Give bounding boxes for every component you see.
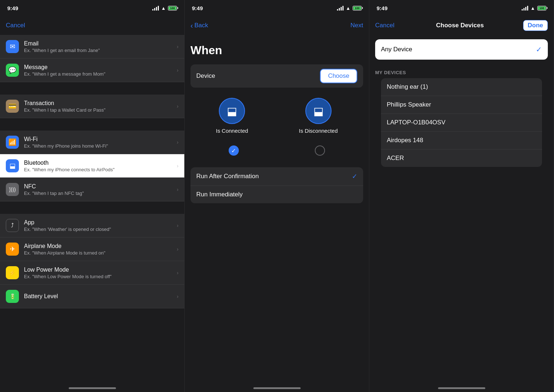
transaction-sub: Ex. "When I tap a Wallet Card or Pass" <box>24 107 177 113</box>
bt-disconnected-circle: ⬓ <box>305 98 332 124</box>
time-1: 9:49 <box>7 5 18 11</box>
wifi-title: Wi-Fi <box>24 136 177 143</box>
list-item-message[interactable]: 💬 Message Ex. "When I get a message from… <box>0 59 184 82</box>
bt-icon-connected: ⬓ <box>227 105 237 117</box>
panel-1: 9:49 ▲ 100 Cancel ✉ Email <box>0 0 185 392</box>
choose-devices-title: Choose Devices <box>397 22 523 29</box>
email-icon: ✉ <box>6 40 19 53</box>
transaction-icon: 💳 <box>6 100 19 113</box>
panel-3: 9:49 ▲ 100 Cancel Choose Devices Done An… <box>369 0 554 392</box>
app-sub: Ex. "When 'Weather' is opened or closed" <box>24 227 177 232</box>
signal-icon-1 <box>152 6 159 11</box>
any-device-label: Any Device <box>381 46 412 53</box>
chevron-app: › <box>177 223 178 228</box>
list-item-nfc[interactable]: )))) NFC Ex. "When I tap an NFC tag" › <box>0 178 184 201</box>
any-device-row[interactable]: Any Device ✓ <box>375 39 548 60</box>
wifi-status-icon-1: ▲ <box>161 5 166 11</box>
signal-icon-2 <box>337 6 344 11</box>
panel3-content: Any Device ✓ MY DEVICES Nothing ear (1) … <box>369 35 554 381</box>
wifi-sub: Ex. "When my iPhone joins home Wi-Fi" <box>24 143 177 149</box>
list-item-bluetooth[interactable]: ⬓ Bluetooth Ex. "When my iPhone connects… <box>0 154 184 178</box>
list-item-airplane[interactable]: ✈ Airplane Mode Ex. "When Airplane Mode … <box>0 237 184 261</box>
list-item-battery[interactable]: 🔋 Battery Level › <box>0 285 184 308</box>
cancel-button-3[interactable]: Cancel <box>375 22 397 29</box>
bt-option-connected[interactable]: ⬓ Is Connected <box>216 98 248 134</box>
battery-icon: 🔋 <box>6 290 19 303</box>
back-button-2[interactable]: ‹ Back <box>190 22 208 29</box>
list-item-transaction[interactable]: 💳 Transaction Ex. "When I tap a Wallet C… <box>0 95 184 118</box>
wifi-status-icon-3: ▲ <box>530 5 535 11</box>
wifi-icon: 📶 <box>6 136 19 149</box>
bt-options: ⬓ Is Connected ⬓ Is Disconnected <box>190 98 363 134</box>
app-icon: ⤴ <box>6 219 19 232</box>
nfc-icon: )))) <box>6 183 19 196</box>
bt-disconnected-label: Is Disconnected <box>299 128 338 134</box>
device-label: Device <box>196 72 215 80</box>
chevron-email: › <box>177 44 178 49</box>
lowpower-icon: ⚡ <box>6 266 19 279</box>
signal-icon-3 <box>522 6 528 11</box>
nav-bar-2: ‹ Back Next <box>185 16 369 35</box>
list-item-email[interactable]: ✉ Email Ex. "When I get an email from Ja… <box>0 35 184 59</box>
battery-3: 100 <box>537 6 546 11</box>
lowpower-sub: Ex. "When Low Power Mode is turned off" <box>24 274 177 279</box>
nav-bar-3: Cancel Choose Devices Done <box>369 16 554 35</box>
radio-connected[interactable]: ✓ <box>229 145 239 156</box>
status-icons-3: ▲ 100 <box>522 5 546 11</box>
time-3: 9:49 <box>377 5 388 11</box>
status-icons-2: ▲ 100 <box>337 5 362 11</box>
chevron-nfc: › <box>177 187 178 192</box>
bluetooth-sub: Ex. "When my iPhone connects to AirPods" <box>24 167 177 172</box>
run-immediately[interactable]: Run Immediately <box>190 186 363 203</box>
bluetooth-title: Bluetooth <box>24 160 177 166</box>
bt-option-disconnected[interactable]: ⬓ Is Disconnected <box>299 98 338 134</box>
bluetooth-icon: ⬓ <box>6 159 19 172</box>
battery-2: 100 <box>353 6 362 11</box>
run-immediately-label: Run Immediately <box>196 191 243 198</box>
device-laptop[interactable]: LAPTOP-O1B04OSV <box>381 114 542 132</box>
run-after-confirmation[interactable]: Run After Confirmation ✓ <box>190 167 363 186</box>
device-acer[interactable]: ACER <box>381 149 542 167</box>
device-airdopes[interactable]: Airdopes 148 <box>381 132 542 149</box>
status-bar-3: 9:49 ▲ 100 <box>369 0 554 16</box>
app-title: App <box>24 219 177 226</box>
device-row: Device Choose <box>190 64 363 88</box>
nfc-title: NFC <box>24 183 177 190</box>
list-item-lowpower[interactable]: ⚡ Low Power Mode Ex. "When Low Power Mod… <box>0 261 184 285</box>
device-nothing-ear[interactable]: Nothing ear (1) <box>381 78 542 96</box>
nfc-sub: Ex. "When I tap an NFC tag" <box>24 191 177 196</box>
bt-connected-circle: ⬓ <box>219 98 245 124</box>
radio-disconnected[interactable] <box>315 145 325 156</box>
back-chevron-icon: ‹ <box>190 22 193 29</box>
bt-icon-disconnected: ⬓ <box>313 105 324 117</box>
airplane-icon: ✈ <box>6 243 19 256</box>
chevron-airplane: › <box>177 246 178 252</box>
list-item-wifi[interactable]: 📶 Wi-Fi Ex. "When my iPhone joins home W… <box>0 131 184 154</box>
device-phillips[interactable]: Phillips Speaker <box>381 96 542 114</box>
run-section: Run After Confirmation ✓ Run Immediately <box>190 167 363 203</box>
airplane-title: Airplane Mode <box>24 243 177 249</box>
devices-list: Nothing ear (1) Phillips Speaker LAPTOP-… <box>375 78 548 167</box>
email-sub: Ex. "When I get an email from Jane" <box>24 48 177 53</box>
chevron-message: › <box>177 67 178 73</box>
run-after-label: Run After Confirmation <box>196 173 259 180</box>
list-item-app[interactable]: ⤴ App Ex. "When 'Weather' is opened or c… <box>0 214 184 237</box>
panel-2: 9:49 ▲ 100 ‹ Back Next When Device <box>185 0 369 392</box>
check-icon-connected: ✓ <box>231 147 236 154</box>
chevron-bluetooth: › <box>177 163 178 169</box>
time-2: 9:49 <box>192 5 203 11</box>
panel2-content: When Device Choose ⬓ Is Connected ⬓ Is D… <box>185 35 369 381</box>
email-title: Email <box>24 40 177 47</box>
bt-connected-label: Is Connected <box>216 128 248 134</box>
next-button-2[interactable]: Next <box>341 22 363 29</box>
choose-button[interactable]: Choose <box>320 69 357 83</box>
chevron-transaction: › <box>177 103 178 109</box>
status-bar-2: 9:49 ▲ 100 <box>185 0 369 16</box>
wifi-status-icon-2: ▲ <box>346 5 350 11</box>
when-title: When <box>190 35 363 64</box>
cancel-button-1[interactable]: Cancel <box>6 22 28 29</box>
chevron-wifi: › <box>177 139 178 145</box>
transaction-title: Transaction <box>24 100 177 107</box>
done-button[interactable]: Done <box>523 20 548 31</box>
airplane-sub: Ex. "When Airplane Mode is turned on" <box>24 250 177 256</box>
